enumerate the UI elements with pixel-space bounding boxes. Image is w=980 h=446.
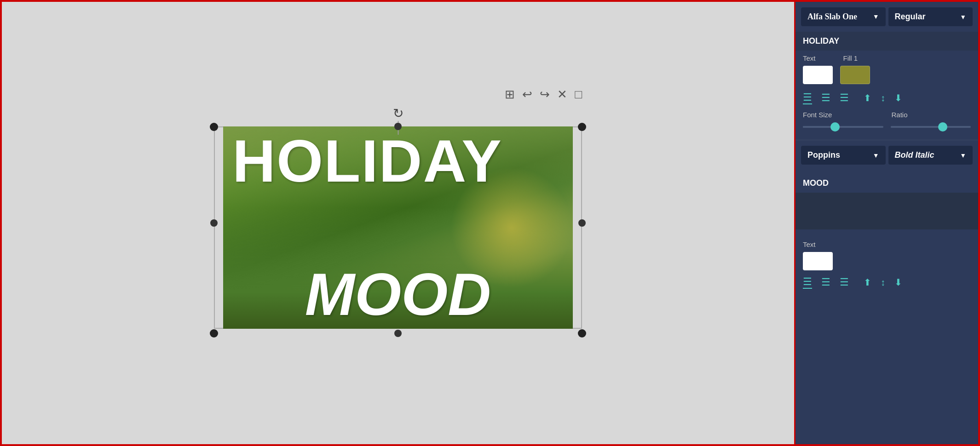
handle-ml[interactable] <box>210 219 218 227</box>
align-row: ☰ ☰ ☰ ⬆ ↕ ⬇ <box>796 89 978 107</box>
text-color-swatch[interactable] <box>803 66 833 84</box>
font2-style-arrow: ▼ <box>960 152 966 159</box>
font1-dropdown[interactable]: Alfa Slab One ▼ <box>801 7 886 26</box>
text-color-swatch-bottom[interactable] <box>803 252 833 270</box>
redo-icon[interactable]: ↪ <box>540 87 550 102</box>
align-left-bottom-icon[interactable]: ☰ <box>803 276 812 289</box>
valign-bot-icon[interactable]: ⬇ <box>894 92 902 103</box>
font2-dropdown-arrow: ▼ <box>873 152 879 159</box>
handle-bm[interactable] <box>394 330 402 337</box>
font-row-poppins: Poppins ▼ Bold Italic ▼ <box>796 140 978 170</box>
rotate-handle[interactable]: ↻ <box>393 106 404 135</box>
ratio-thumb[interactable] <box>938 122 947 132</box>
mood-text: MOOD <box>223 260 573 329</box>
valign-bot-bottom-icon[interactable]: ⬇ <box>894 277 902 288</box>
slider-row <box>796 120 978 136</box>
text-fill-labels: Text Fill 1 <box>796 51 978 64</box>
expand-icon[interactable]: □ <box>575 87 582 102</box>
mood-section-header: MOOD <box>796 174 978 193</box>
valign-top-icon[interactable]: ⬆ <box>864 92 871 103</box>
collapse-panel-button[interactable]: › <box>794 2 796 13</box>
valign-top-bottom-icon[interactable]: ⬆ <box>864 277 871 288</box>
handle-tl[interactable] <box>210 123 218 131</box>
handle-bl[interactable] <box>210 329 218 337</box>
font1-style-dropdown[interactable]: Regular ▼ <box>888 7 973 26</box>
right-panel: › Alfa Slab One ▼ Regular ▼ HOLIDAY Text… <box>794 2 978 444</box>
font-size-slider[interactable] <box>803 122 883 132</box>
valign-mid-bottom-icon[interactable]: ↕ <box>881 277 885 288</box>
align-center-bottom-icon[interactable]: ☰ <box>821 276 830 288</box>
align-center-icon[interactable]: ☰ <box>821 92 830 104</box>
align-right-bottom-icon[interactable]: ☰ <box>840 276 849 288</box>
align-right-icon[interactable]: ☰ <box>840 92 849 104</box>
rotate-icon[interactable]: ↻ <box>393 106 404 121</box>
holiday-text: HOLIDAY <box>223 126 573 195</box>
grid-icon[interactable]: ⊞ <box>505 87 515 102</box>
selection-container: ⊞ ↩ ↪ ✕ □ ↻ <box>214 113 582 333</box>
mood-empty-area <box>796 193 978 229</box>
valign-mid-icon[interactable]: ↕ <box>881 93 885 103</box>
holiday-section: HOLIDAY Text Fill 1 ☰ ☰ ☰ ⬆ ↕ ⬇ Font Siz… <box>796 32 978 140</box>
canvas-area: ⊞ ↩ ↪ ✕ □ ↻ <box>2 2 794 444</box>
align-row-bottom: ☰ ☰ ☰ ⬆ ↕ ⬇ <box>796 274 978 291</box>
bottom-text-section: Text ☰ ☰ ☰ ⬆ ↕ ⬇ <box>796 233 978 294</box>
mood-section: MOOD <box>796 170 978 233</box>
toolbar-icons: ⊞ ↩ ↪ ✕ □ <box>505 87 582 102</box>
font-size-thumb[interactable] <box>830 122 840 132</box>
handle-mr[interactable] <box>578 219 586 227</box>
font1-dropdown-arrow: ▼ <box>873 13 879 21</box>
handle-tm[interactable] <box>394 123 402 130</box>
font2-style-dropdown[interactable]: Bold Italic ▼ <box>888 146 973 165</box>
swatch-row <box>796 64 978 89</box>
font1-style-arrow: ▼ <box>960 13 966 21</box>
holiday-section-header: HOLIDAY <box>796 32 978 51</box>
size-ratio-labels: Font Size Ratio <box>796 107 978 120</box>
handle-br[interactable] <box>578 329 586 337</box>
fill1-color-swatch[interactable] <box>840 66 870 84</box>
text-label-bottom: Text <box>796 237 978 250</box>
ratio-slider[interactable] <box>891 122 971 132</box>
font-row-top: Alfa Slab One ▼ Regular ▼ <box>796 2 978 32</box>
handle-tr[interactable] <box>578 123 586 131</box>
undo-icon[interactable]: ↩ <box>522 87 532 102</box>
font2-dropdown[interactable]: Poppins ▼ <box>801 146 886 165</box>
image-content: HOLIDAY MOOD <box>223 126 573 329</box>
close-icon[interactable]: ✕ <box>557 87 567 102</box>
align-left-icon[interactable]: ☰ <box>803 91 812 104</box>
